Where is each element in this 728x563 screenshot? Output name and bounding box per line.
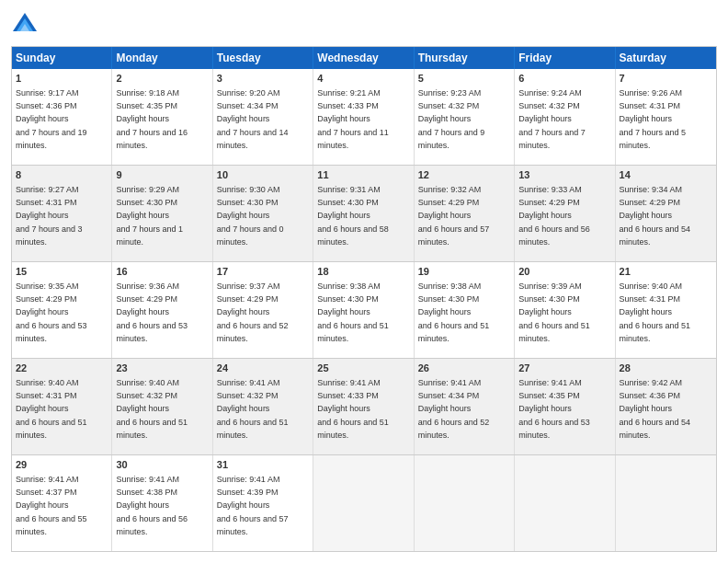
day-number: 18 — [317, 265, 409, 279]
day-number: 14 — [620, 168, 712, 182]
week-row-3: 15 Sunrise: 9:35 AMSunset: 4:29 PMDaylig… — [12, 261, 716, 358]
cell-18: 18 Sunrise: 9:38 AMSunset: 4:30 PMDaylig… — [313, 262, 414, 358]
cell-info: Sunrise: 9:21 AMSunset: 4:33 PMDaylight … — [317, 88, 389, 149]
cell-info: Sunrise: 9:41 AMSunset: 4:33 PMDaylight … — [317, 378, 389, 439]
day-number: 28 — [620, 362, 712, 375]
cell-7: 7 Sunrise: 9:26 AMSunset: 4:31 PMDayligh… — [616, 69, 716, 165]
cell-empty — [616, 455, 716, 551]
cell-info: Sunrise: 9:23 AMSunset: 4:32 PMDaylight … — [418, 88, 485, 149]
cell-10: 10 Sunrise: 9:30 AMSunset: 4:30 PMDaylig… — [213, 166, 313, 261]
cell-28: 28 Sunrise: 9:42 AMSunset: 4:36 PMDaylig… — [616, 359, 716, 454]
cell-9: 9 Sunrise: 9:29 AMSunset: 4:30 PMDayligh… — [112, 166, 212, 261]
cell-16: 16 Sunrise: 9:36 AMSunset: 4:29 PMDaylig… — [112, 262, 212, 358]
day-number: 12 — [418, 168, 510, 182]
cell-info: Sunrise: 9:40 AMSunset: 4:31 PMDaylight … — [16, 378, 87, 439]
cell-29: 29 Sunrise: 9:41 AMSunset: 4:37 PMDaylig… — [12, 455, 112, 551]
cell-22: 22 Sunrise: 9:40 AMSunset: 4:31 PMDaylig… — [12, 359, 112, 454]
cell-info: Sunrise: 9:40 AMSunset: 4:32 PMDaylight … — [116, 378, 188, 439]
cell-19: 19 Sunrise: 9:38 AMSunset: 4:30 PMDaylig… — [415, 262, 515, 358]
day-number: 4 — [317, 72, 409, 86]
logo-icon — [11, 11, 39, 39]
cell-info: Sunrise: 9:32 AMSunset: 4:29 PMDaylight … — [418, 185, 490, 246]
cell-info: Sunrise: 9:33 AMSunset: 4:29 PMDaylight … — [518, 185, 590, 246]
day-number: 26 — [418, 362, 510, 375]
cell-info: Sunrise: 9:41 AMSunset: 4:34 PMDaylight … — [418, 378, 490, 439]
cell-info: Sunrise: 9:17 AMSunset: 4:36 PMDaylight … — [16, 88, 87, 149]
cell-info: Sunrise: 9:41 AMSunset: 4:37 PMDaylight … — [16, 475, 87, 535]
day-number: 2 — [116, 72, 208, 86]
day-number: 24 — [217, 362, 309, 375]
header-thursday: Thursday — [415, 47, 515, 69]
week-row-1: 1 Sunrise: 9:17 AMSunset: 4:36 PMDayligh… — [12, 69, 716, 165]
cell-info: Sunrise: 9:41 AMSunset: 4:39 PMDaylight … — [217, 475, 289, 535]
cell-24: 24 Sunrise: 9:41 AMSunset: 4:32 PMDaylig… — [213, 359, 313, 454]
cell-26: 26 Sunrise: 9:41 AMSunset: 4:34 PMDaylig… — [415, 359, 515, 454]
day-number: 16 — [116, 265, 208, 279]
page: Sunday Monday Tuesday Wednesday Thursday… — [0, 0, 728, 563]
day-number: 5 — [418, 72, 510, 86]
day-number: 10 — [217, 168, 309, 182]
cell-8: 8 Sunrise: 9:27 AMSunset: 4:31 PMDayligh… — [12, 166, 112, 261]
cell-info: Sunrise: 9:31 AMSunset: 4:30 PMDaylight … — [317, 185, 389, 246]
calendar: Sunday Monday Tuesday Wednesday Thursday… — [11, 46, 717, 552]
header-saturday: Saturday — [616, 47, 716, 69]
cell-info: Sunrise: 9:39 AMSunset: 4:30 PMDaylight … — [518, 282, 590, 342]
day-number: 27 — [518, 362, 610, 375]
day-number: 6 — [518, 72, 610, 86]
cell-info: Sunrise: 9:29 AMSunset: 4:30 PMDaylight … — [116, 185, 183, 246]
cell-info: Sunrise: 9:41 AMSunset: 4:35 PMDaylight … — [518, 378, 590, 439]
day-number: 21 — [620, 265, 712, 279]
day-number: 17 — [217, 265, 309, 279]
cell-info: Sunrise: 9:27 AMSunset: 4:31 PMDaylight … — [16, 185, 83, 246]
header-friday: Friday — [515, 47, 615, 69]
cell-info: Sunrise: 9:20 AMSunset: 4:34 PMDaylight … — [217, 88, 289, 149]
day-number: 8 — [16, 168, 108, 182]
day-number: 30 — [116, 458, 208, 472]
cell-4: 4 Sunrise: 9:21 AMSunset: 4:33 PMDayligh… — [313, 69, 414, 165]
day-number: 31 — [217, 458, 309, 472]
cell-14: 14 Sunrise: 9:34 AMSunset: 4:29 PMDaylig… — [616, 166, 716, 261]
day-number: 25 — [317, 362, 409, 375]
cell-info: Sunrise: 9:30 AMSunset: 4:30 PMDaylight … — [217, 185, 284, 246]
cell-15: 15 Sunrise: 9:35 AMSunset: 4:29 PMDaylig… — [12, 262, 112, 358]
cell-1: 1 Sunrise: 9:17 AMSunset: 4:36 PMDayligh… — [12, 69, 112, 165]
cell-31: 31 Sunrise: 9:41 AMSunset: 4:39 PMDaylig… — [213, 455, 313, 551]
cell-27: 27 Sunrise: 9:41 AMSunset: 4:35 PMDaylig… — [515, 359, 615, 454]
day-number: 19 — [418, 265, 510, 279]
week-row-2: 8 Sunrise: 9:27 AMSunset: 4:31 PMDayligh… — [12, 165, 716, 261]
cell-info: Sunrise: 9:38 AMSunset: 4:30 PMDaylight … — [317, 282, 389, 342]
cell-info: Sunrise: 9:42 AMSunset: 4:36 PMDaylight … — [620, 378, 691, 439]
calendar-body: 1 Sunrise: 9:17 AMSunset: 4:36 PMDayligh… — [12, 69, 716, 551]
cell-25: 25 Sunrise: 9:41 AMSunset: 4:33 PMDaylig… — [313, 359, 414, 454]
cell-info: Sunrise: 9:24 AMSunset: 4:32 PMDaylight … — [518, 88, 586, 149]
header-tuesday: Tuesday — [213, 47, 313, 69]
week-row-5: 29 Sunrise: 9:41 AMSunset: 4:37 PMDaylig… — [12, 454, 716, 551]
week-row-4: 22 Sunrise: 9:40 AMSunset: 4:31 PMDaylig… — [12, 358, 716, 454]
cell-6: 6 Sunrise: 9:24 AMSunset: 4:32 PMDayligh… — [515, 69, 615, 165]
cell-info: Sunrise: 9:41 AMSunset: 4:38 PMDaylight … — [116, 475, 188, 535]
cell-23: 23 Sunrise: 9:40 AMSunset: 4:32 PMDaylig… — [112, 359, 212, 454]
cell-17: 17 Sunrise: 9:37 AMSunset: 4:29 PMDaylig… — [213, 262, 313, 358]
cell-info: Sunrise: 9:36 AMSunset: 4:29 PMDaylight … — [116, 282, 188, 342]
cell-info: Sunrise: 9:40 AMSunset: 4:31 PMDaylight … — [620, 282, 691, 342]
calendar-header: Sunday Monday Tuesday Wednesday Thursday… — [12, 47, 716, 69]
cell-info: Sunrise: 9:38 AMSunset: 4:30 PMDaylight … — [418, 282, 490, 342]
day-number: 29 — [16, 458, 108, 472]
cell-info: Sunrise: 9:34 AMSunset: 4:29 PMDaylight … — [620, 185, 691, 246]
cell-info: Sunrise: 9:37 AMSunset: 4:29 PMDaylight … — [217, 282, 289, 342]
cell-info: Sunrise: 9:18 AMSunset: 4:35 PMDaylight … — [116, 88, 188, 149]
cell-3: 3 Sunrise: 9:20 AMSunset: 4:34 PMDayligh… — [213, 69, 313, 165]
day-number: 23 — [116, 362, 208, 375]
day-number: 22 — [16, 362, 108, 375]
cell-20: 20 Sunrise: 9:39 AMSunset: 4:30 PMDaylig… — [515, 262, 615, 358]
cell-12: 12 Sunrise: 9:32 AMSunset: 4:29 PMDaylig… — [415, 166, 515, 261]
cell-11: 11 Sunrise: 9:31 AMSunset: 4:30 PMDaylig… — [313, 166, 414, 261]
cell-empty — [415, 455, 515, 551]
day-number: 15 — [16, 265, 108, 279]
cell-5: 5 Sunrise: 9:23 AMSunset: 4:32 PMDayligh… — [415, 69, 515, 165]
cell-30: 30 Sunrise: 9:41 AMSunset: 4:38 PMDaylig… — [112, 455, 212, 551]
day-number: 11 — [317, 168, 409, 182]
day-number: 3 — [217, 72, 309, 86]
header-wednesday: Wednesday — [313, 47, 414, 69]
cell-info: Sunrise: 9:35 AMSunset: 4:29 PMDaylight … — [16, 282, 87, 342]
